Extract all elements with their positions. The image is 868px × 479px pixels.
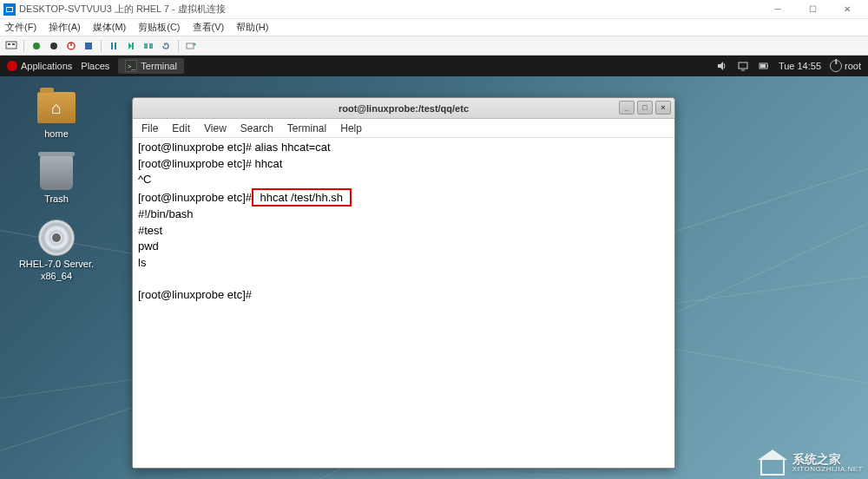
vm-app-icon [3, 3, 16, 16]
term-l1-prompt: [root@linuxprobe etc]# [138, 141, 255, 154]
svg-marker-12 [128, 43, 132, 49]
toolbar-shutdown-icon[interactable] [63, 39, 79, 53]
toolbar-turnoff-icon[interactable] [46, 39, 62, 53]
clock-label[interactable]: Tue 14:55 [779, 61, 821, 71]
user-menu[interactable]: root [830, 60, 861, 72]
dvd-icon [38, 220, 75, 256]
toolbar-reset-icon[interactable] [123, 39, 139, 53]
term-l4-prompt: [root@linuxprobe etc]# [138, 191, 252, 204]
vm-menu-media[interactable]: 媒体(M) [93, 21, 127, 34]
toolbar-ctrl-alt-del-icon[interactable] [3, 39, 19, 53]
term-l4-cmd: hhcat /test/hh.sh [257, 191, 346, 204]
term-l7: pwd [138, 240, 159, 253]
toolbar-checkpoint-icon[interactable] [141, 39, 156, 53]
term-l6: #test [138, 224, 162, 237]
gnome-top-panel: Applications Places >_ Terminal Tue 14:5… [0, 56, 868, 76]
svg-rect-17 [187, 43, 194, 49]
svg-rect-10 [111, 43, 113, 49]
terminal-body[interactable]: [root@linuxprobe etc]# alias hhcat=cat [… [133, 138, 674, 468]
terminal-title-text: root@linuxprobe:/test/qq/etc [339, 103, 469, 114]
network-icon[interactable] [737, 60, 749, 72]
svg-rect-23 [767, 65, 768, 67]
desktop-icon-home[interactable]: home [9, 90, 104, 140]
svg-rect-14 [144, 43, 148, 49]
trash-icon [40, 155, 73, 190]
power-icon [830, 60, 842, 72]
terminal-window: root@linuxprobe:/test/qq/etc _ □ × File … [132, 97, 675, 469]
taskbar-app-label: Terminal [141, 61, 177, 71]
watermark-logo-icon [758, 451, 787, 476]
battery-icon[interactable] [758, 60, 770, 72]
svg-rect-24 [760, 64, 766, 68]
svg-rect-15 [149, 43, 153, 49]
gnome-desktop: Applications Places >_ Terminal Tue 14:5… [0, 56, 868, 479]
toolbar-start-icon[interactable] [29, 39, 44, 53]
vm-menu-clipboard[interactable]: 剪贴板(C) [138, 21, 180, 34]
home-label: home [9, 128, 104, 140]
vm-maximize-button[interactable]: ☐ [795, 0, 830, 19]
trash-label: Trash [9, 194, 104, 205]
highlighted-command-box: hhcat /test/hh.sh [252, 188, 352, 207]
terminal-menu-help[interactable]: Help [340, 122, 362, 135]
svg-rect-13 [132, 43, 134, 49]
volume-icon[interactable] [716, 60, 728, 72]
vm-window-title: DESKTOP-SVTVUU3 上的 RHEL 7 - 虚拟机连接 [19, 3, 760, 16]
vm-menu-help[interactable]: 帮助(H) [236, 21, 268, 34]
vm-menu-view[interactable]: 查看(V) [193, 21, 225, 34]
term-l5: #!/bin/bash [138, 207, 194, 220]
toolbar-share-icon[interactable] [183, 39, 199, 53]
svg-rect-9 [85, 43, 92, 49]
svg-point-6 [50, 43, 57, 49]
taskbar-terminal-button[interactable]: >_ Terminal [118, 58, 184, 74]
terminal-menubar: File Edit View Search Terminal Help [133, 119, 674, 138]
svg-rect-20 [739, 62, 747, 69]
terminal-menu-file[interactable]: File [141, 122, 158, 135]
vm-menu-action[interactable]: 操作(A) [49, 21, 81, 34]
places-label: Places [81, 61, 109, 71]
watermark: 系统之家 XITONGZHIJIA.NET [758, 451, 863, 476]
gnome-applications-menu[interactable]: Applications [7, 61, 72, 71]
watermark-cn: 系统之家 [792, 453, 863, 466]
svg-point-5 [33, 43, 40, 49]
svg-point-18 [194, 43, 196, 45]
vm-close-button[interactable]: ✕ [830, 0, 865, 19]
toolbar-save-icon[interactable] [81, 39, 96, 53]
terminal-menu-search[interactable]: Search [240, 122, 273, 135]
vm-titlebar: DESKTOP-SVTVUU3 上的 RHEL 7 - 虚拟机连接 ─ ☐ ✕ [0, 0, 868, 19]
terminal-titlebar[interactable]: root@linuxprobe:/test/qq/etc _ □ × [133, 98, 674, 119]
terminal-minimize-button[interactable]: _ [619, 101, 635, 115]
vm-minimize-button[interactable]: ─ [760, 0, 795, 19]
terminal-close-button[interactable]: × [655, 101, 671, 115]
folder-home-icon [37, 92, 76, 123]
terminal-menu-edit[interactable]: Edit [172, 122, 190, 135]
term-l2-prompt: [root@linuxprobe etc]# [138, 157, 255, 170]
term-l3: ^C [138, 173, 152, 186]
svg-rect-1 [7, 8, 12, 11]
term-l10: [root@linuxprobe etc]# [138, 288, 255, 301]
toolbar-pause-icon[interactable] [106, 39, 122, 53]
activities-icon [7, 61, 17, 71]
gnome-places-menu[interactable]: Places [81, 61, 109, 71]
svg-rect-11 [115, 43, 116, 49]
terminal-menu-view[interactable]: View [204, 122, 227, 135]
svg-rect-3 [8, 43, 10, 45]
terminal-maximize-button[interactable]: □ [637, 101, 653, 115]
dvd-label: RHEL-7.0 Server. x86_64 [9, 259, 104, 281]
terminal-menu-terminal[interactable]: Terminal [287, 122, 326, 135]
desktop-icon-trash[interactable]: Trash [9, 155, 104, 205]
toolbar-revert-icon[interactable] [158, 39, 174, 53]
term-l1-cmd: alias hhcat=cat [255, 141, 331, 154]
svg-rect-4 [12, 43, 15, 45]
terminal-icon: >_ [125, 60, 137, 72]
vm-toolbar [0, 36, 868, 56]
watermark-en: XITONGZHIJIA.NET [792, 466, 863, 474]
user-label: root [845, 61, 861, 71]
svg-marker-19 [718, 62, 723, 70]
desktop-icon-dvd[interactable]: RHEL-7.0 Server. x86_64 [9, 220, 104, 281]
vm-menu-file[interactable]: 文件(F) [5, 21, 36, 34]
vm-menubar: 文件(F) 操作(A) 媒体(M) 剪贴板(C) 查看(V) 帮助(H) [0, 19, 868, 36]
term-l8: ls [138, 256, 146, 269]
term-l2-cmd: hhcat [255, 157, 283, 170]
applications-label: Applications [21, 61, 72, 71]
svg-rect-2 [6, 42, 16, 49]
